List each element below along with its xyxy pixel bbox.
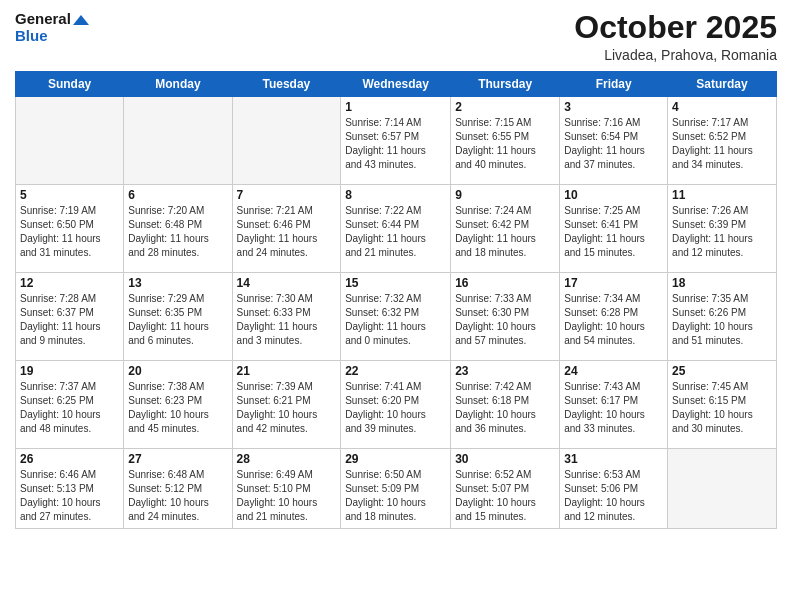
day-info: Sunrise: 7:41 AMSunset: 6:20 PMDaylight:… <box>345 380 446 436</box>
header: General Blue October 2025 Livadea, Praho… <box>15 10 777 63</box>
day-info: Sunrise: 7:22 AMSunset: 6:44 PMDaylight:… <box>345 204 446 260</box>
day-info: Sunrise: 7:19 AMSunset: 6:50 PMDaylight:… <box>20 204 119 260</box>
day-number: 17 <box>564 276 663 290</box>
calendar-cell: 30Sunrise: 6:52 AMSunset: 5:07 PMDayligh… <box>451 449 560 529</box>
calendar-cell: 28Sunrise: 6:49 AMSunset: 5:10 PMDayligh… <box>232 449 341 529</box>
calendar-cell: 11Sunrise: 7:26 AMSunset: 6:39 PMDayligh… <box>668 185 777 273</box>
calendar-cell <box>16 97 124 185</box>
calendar-cell: 15Sunrise: 7:32 AMSunset: 6:32 PMDayligh… <box>341 273 451 361</box>
day-number: 16 <box>455 276 555 290</box>
calendar-cell: 13Sunrise: 7:29 AMSunset: 6:35 PMDayligh… <box>124 273 232 361</box>
day-info: Sunrise: 7:26 AMSunset: 6:39 PMDaylight:… <box>672 204 772 260</box>
day-info: Sunrise: 6:53 AMSunset: 5:06 PMDaylight:… <box>564 468 663 524</box>
calendar-cell: 20Sunrise: 7:38 AMSunset: 6:23 PMDayligh… <box>124 361 232 449</box>
calendar-cell: 16Sunrise: 7:33 AMSunset: 6:30 PMDayligh… <box>451 273 560 361</box>
day-number: 31 <box>564 452 663 466</box>
day-number: 6 <box>128 188 227 202</box>
day-info: Sunrise: 7:24 AMSunset: 6:42 PMDaylight:… <box>455 204 555 260</box>
day-number: 19 <box>20 364 119 378</box>
calendar-cell: 25Sunrise: 7:45 AMSunset: 6:15 PMDayligh… <box>668 361 777 449</box>
calendar-cell: 14Sunrise: 7:30 AMSunset: 6:33 PMDayligh… <box>232 273 341 361</box>
calendar-cell <box>124 97 232 185</box>
day-info: Sunrise: 7:37 AMSunset: 6:25 PMDaylight:… <box>20 380 119 436</box>
calendar-cell: 8Sunrise: 7:22 AMSunset: 6:44 PMDaylight… <box>341 185 451 273</box>
day-number: 27 <box>128 452 227 466</box>
day-number: 13 <box>128 276 227 290</box>
header-friday: Friday <box>560 72 668 97</box>
calendar-cell <box>232 97 341 185</box>
calendar-cell: 29Sunrise: 6:50 AMSunset: 5:09 PMDayligh… <box>341 449 451 529</box>
calendar-cell: 2Sunrise: 7:15 AMSunset: 6:55 PMDaylight… <box>451 97 560 185</box>
day-info: Sunrise: 7:28 AMSunset: 6:37 PMDaylight:… <box>20 292 119 348</box>
day-info: Sunrise: 6:50 AMSunset: 5:09 PMDaylight:… <box>345 468 446 524</box>
day-info: Sunrise: 6:46 AMSunset: 5:13 PMDaylight:… <box>20 468 119 524</box>
day-info: Sunrise: 7:30 AMSunset: 6:33 PMDaylight:… <box>237 292 337 348</box>
calendar-cell: 12Sunrise: 7:28 AMSunset: 6:37 PMDayligh… <box>16 273 124 361</box>
header-sunday: Sunday <box>16 72 124 97</box>
day-info: Sunrise: 7:42 AMSunset: 6:18 PMDaylight:… <box>455 380 555 436</box>
logo: General Blue <box>15 10 89 45</box>
page: General Blue October 2025 Livadea, Praho… <box>0 0 792 612</box>
day-info: Sunrise: 7:39 AMSunset: 6:21 PMDaylight:… <box>237 380 337 436</box>
day-number: 30 <box>455 452 555 466</box>
calendar-cell: 5Sunrise: 7:19 AMSunset: 6:50 PMDaylight… <box>16 185 124 273</box>
calendar-cell: 21Sunrise: 7:39 AMSunset: 6:21 PMDayligh… <box>232 361 341 449</box>
location: Livadea, Prahova, Romania <box>574 47 777 63</box>
calendar-cell: 19Sunrise: 7:37 AMSunset: 6:25 PMDayligh… <box>16 361 124 449</box>
calendar-cell: 1Sunrise: 7:14 AMSunset: 6:57 PMDaylight… <box>341 97 451 185</box>
day-number: 24 <box>564 364 663 378</box>
calendar-cell: 3Sunrise: 7:16 AMSunset: 6:54 PMDaylight… <box>560 97 668 185</box>
day-number: 29 <box>345 452 446 466</box>
calendar-cell: 26Sunrise: 6:46 AMSunset: 5:13 PMDayligh… <box>16 449 124 529</box>
day-info: Sunrise: 7:15 AMSunset: 6:55 PMDaylight:… <box>455 116 555 172</box>
month-title: October 2025 <box>574 10 777 45</box>
calendar-cell: 27Sunrise: 6:48 AMSunset: 5:12 PMDayligh… <box>124 449 232 529</box>
calendar-cell: 4Sunrise: 7:17 AMSunset: 6:52 PMDaylight… <box>668 97 777 185</box>
day-number: 25 <box>672 364 772 378</box>
day-number: 18 <box>672 276 772 290</box>
day-number: 1 <box>345 100 446 114</box>
day-number: 26 <box>20 452 119 466</box>
header-tuesday: Tuesday <box>232 72 341 97</box>
day-info: Sunrise: 7:45 AMSunset: 6:15 PMDaylight:… <box>672 380 772 436</box>
day-number: 14 <box>237 276 337 290</box>
day-info: Sunrise: 7:32 AMSunset: 6:32 PMDaylight:… <box>345 292 446 348</box>
day-number: 9 <box>455 188 555 202</box>
calendar-cell <box>668 449 777 529</box>
day-number: 2 <box>455 100 555 114</box>
header-wednesday: Wednesday <box>341 72 451 97</box>
calendar-cell: 24Sunrise: 7:43 AMSunset: 6:17 PMDayligh… <box>560 361 668 449</box>
calendar-cell: 18Sunrise: 7:35 AMSunset: 6:26 PMDayligh… <box>668 273 777 361</box>
day-number: 8 <box>345 188 446 202</box>
calendar-cell: 17Sunrise: 7:34 AMSunset: 6:28 PMDayligh… <box>560 273 668 361</box>
header-monday: Monday <box>124 72 232 97</box>
day-number: 15 <box>345 276 446 290</box>
day-info: Sunrise: 7:34 AMSunset: 6:28 PMDaylight:… <box>564 292 663 348</box>
day-info: Sunrise: 7:16 AMSunset: 6:54 PMDaylight:… <box>564 116 663 172</box>
calendar-cell: 7Sunrise: 7:21 AMSunset: 6:46 PMDaylight… <box>232 185 341 273</box>
calendar: Sunday Monday Tuesday Wednesday Thursday… <box>15 71 777 529</box>
day-number: 20 <box>128 364 227 378</box>
day-info: Sunrise: 7:38 AMSunset: 6:23 PMDaylight:… <box>128 380 227 436</box>
day-info: Sunrise: 6:48 AMSunset: 5:12 PMDaylight:… <box>128 468 227 524</box>
day-number: 23 <box>455 364 555 378</box>
day-info: Sunrise: 7:14 AMSunset: 6:57 PMDaylight:… <box>345 116 446 172</box>
day-info: Sunrise: 6:52 AMSunset: 5:07 PMDaylight:… <box>455 468 555 524</box>
day-info: Sunrise: 7:20 AMSunset: 6:48 PMDaylight:… <box>128 204 227 260</box>
day-number: 7 <box>237 188 337 202</box>
day-number: 3 <box>564 100 663 114</box>
calendar-cell: 23Sunrise: 7:42 AMSunset: 6:18 PMDayligh… <box>451 361 560 449</box>
calendar-cell: 31Sunrise: 6:53 AMSunset: 5:06 PMDayligh… <box>560 449 668 529</box>
day-info: Sunrise: 7:29 AMSunset: 6:35 PMDaylight:… <box>128 292 227 348</box>
day-number: 22 <box>345 364 446 378</box>
day-number: 11 <box>672 188 772 202</box>
calendar-cell: 22Sunrise: 7:41 AMSunset: 6:20 PMDayligh… <box>341 361 451 449</box>
day-number: 10 <box>564 188 663 202</box>
day-number: 5 <box>20 188 119 202</box>
day-info: Sunrise: 6:49 AMSunset: 5:10 PMDaylight:… <box>237 468 337 524</box>
day-info: Sunrise: 7:21 AMSunset: 6:46 PMDaylight:… <box>237 204 337 260</box>
header-thursday: Thursday <box>451 72 560 97</box>
title-area: October 2025 Livadea, Prahova, Romania <box>574 10 777 63</box>
weekday-header-row: Sunday Monday Tuesday Wednesday Thursday… <box>16 72 777 97</box>
header-saturday: Saturday <box>668 72 777 97</box>
